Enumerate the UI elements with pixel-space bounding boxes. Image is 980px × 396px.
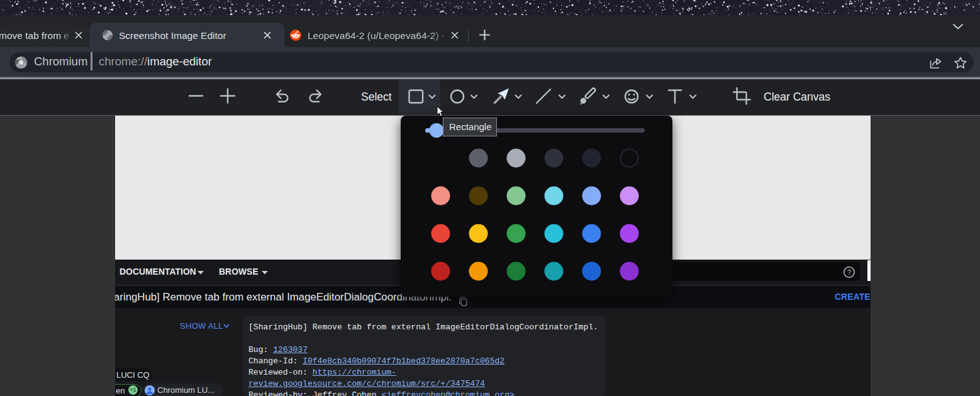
svg-text:?: ? <box>847 268 851 276</box>
